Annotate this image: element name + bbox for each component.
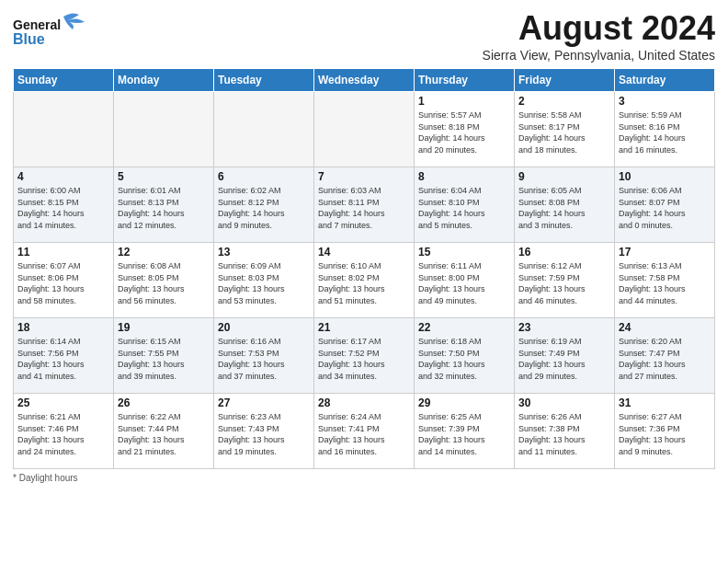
day-info: Sunrise: 6:10 AM Sunset: 8:02 PM Dayligh… xyxy=(318,260,410,306)
footer-text: Daylight hours xyxy=(19,473,78,483)
day-number: 26 xyxy=(118,396,210,409)
calendar-row: 18Sunrise: 6:14 AM Sunset: 7:56 PM Dayli… xyxy=(14,318,715,394)
day-info: Sunrise: 6:05 AM Sunset: 8:08 PM Dayligh… xyxy=(518,185,610,231)
table-row xyxy=(14,92,114,167)
calendar-body: 1Sunrise: 5:57 AM Sunset: 8:18 PM Daylig… xyxy=(14,92,715,469)
day-info: Sunrise: 6:27 AM Sunset: 7:36 PM Dayligh… xyxy=(619,411,711,457)
table-row: 18Sunrise: 6:14 AM Sunset: 7:56 PM Dayli… xyxy=(14,318,114,394)
table-row: 21Sunrise: 6:17 AM Sunset: 7:52 PM Dayli… xyxy=(314,318,415,394)
day-number: 21 xyxy=(318,321,410,334)
calendar-row: 11Sunrise: 6:07 AM Sunset: 8:06 PM Dayli… xyxy=(14,243,715,318)
table-row: 30Sunrise: 6:26 AM Sunset: 7:38 PM Dayli… xyxy=(515,394,615,469)
table-row xyxy=(314,92,415,167)
svg-text:Blue: Blue xyxy=(13,31,45,47)
table-row: 3Sunrise: 5:59 AM Sunset: 8:16 PM Daylig… xyxy=(615,92,715,167)
day-info: Sunrise: 6:13 AM Sunset: 7:58 PM Dayligh… xyxy=(619,260,711,306)
table-row: 29Sunrise: 6:25 AM Sunset: 7:39 PM Dayli… xyxy=(415,394,515,469)
day-number: 5 xyxy=(118,170,210,183)
day-number: 19 xyxy=(118,321,210,334)
table-row: 19Sunrise: 6:15 AM Sunset: 7:55 PM Dayli… xyxy=(114,318,214,394)
table-row: 11Sunrise: 6:07 AM Sunset: 8:06 PM Dayli… xyxy=(14,243,114,318)
table-row: 31Sunrise: 6:27 AM Sunset: 7:36 PM Dayli… xyxy=(615,394,715,469)
table-row: 26Sunrise: 6:22 AM Sunset: 7:44 PM Dayli… xyxy=(114,394,214,469)
svg-text:General: General xyxy=(13,17,61,32)
day-number: 14 xyxy=(318,246,410,259)
day-info: Sunrise: 6:11 AM Sunset: 8:00 PM Dayligh… xyxy=(418,260,510,306)
calendar-header-row: Sunday Monday Tuesday Wednesday Thursday… xyxy=(14,69,715,92)
day-info: Sunrise: 5:58 AM Sunset: 8:17 PM Dayligh… xyxy=(518,109,610,155)
table-row: 28Sunrise: 6:24 AM Sunset: 7:41 PM Dayli… xyxy=(314,394,415,469)
day-number: 20 xyxy=(218,321,310,334)
day-info: Sunrise: 6:15 AM Sunset: 7:55 PM Dayligh… xyxy=(118,336,210,382)
header-tuesday: Tuesday xyxy=(214,69,314,92)
table-row: 15Sunrise: 6:11 AM Sunset: 8:00 PM Dayli… xyxy=(415,243,515,318)
logo-svg: General Blue xyxy=(13,9,96,51)
table-row: 27Sunrise: 6:23 AM Sunset: 7:43 PM Dayli… xyxy=(214,394,314,469)
day-number: 23 xyxy=(518,321,610,334)
day-info: Sunrise: 6:24 AM Sunset: 7:41 PM Dayligh… xyxy=(318,411,410,457)
table-row: 9Sunrise: 6:05 AM Sunset: 8:08 PM Daylig… xyxy=(515,167,615,243)
table-row: 25Sunrise: 6:21 AM Sunset: 7:46 PM Dayli… xyxy=(14,394,114,469)
table-row xyxy=(214,92,314,167)
day-number: 8 xyxy=(418,170,510,183)
month-title: August 2024 xyxy=(483,9,715,48)
header-friday: Friday xyxy=(515,69,615,92)
table-row xyxy=(114,92,214,167)
page: General Blue August 2024 Sierra View, Pe… xyxy=(0,0,728,492)
day-info: Sunrise: 5:57 AM Sunset: 8:18 PM Dayligh… xyxy=(418,109,510,155)
table-row: 22Sunrise: 6:18 AM Sunset: 7:50 PM Dayli… xyxy=(415,318,515,394)
day-info: Sunrise: 6:25 AM Sunset: 7:39 PM Dayligh… xyxy=(418,411,510,457)
day-number: 29 xyxy=(418,396,510,409)
table-row: 8Sunrise: 6:04 AM Sunset: 8:10 PM Daylig… xyxy=(415,167,515,243)
day-info: Sunrise: 5:59 AM Sunset: 8:16 PM Dayligh… xyxy=(619,109,711,155)
table-row: 14Sunrise: 6:10 AM Sunset: 8:02 PM Dayli… xyxy=(314,243,415,318)
table-row: 7Sunrise: 6:03 AM Sunset: 8:11 PM Daylig… xyxy=(314,167,415,243)
day-info: Sunrise: 6:18 AM Sunset: 7:50 PM Dayligh… xyxy=(418,336,510,382)
day-info: Sunrise: 6:02 AM Sunset: 8:12 PM Dayligh… xyxy=(218,185,310,231)
table-row: 10Sunrise: 6:06 AM Sunset: 8:07 PM Dayli… xyxy=(615,167,715,243)
day-number: 24 xyxy=(619,321,711,334)
table-row: 2Sunrise: 5:58 AM Sunset: 8:17 PM Daylig… xyxy=(515,92,615,167)
day-number: 7 xyxy=(318,170,410,183)
day-number: 28 xyxy=(318,396,410,409)
day-info: Sunrise: 6:19 AM Sunset: 7:49 PM Dayligh… xyxy=(518,336,610,382)
day-number: 4 xyxy=(17,170,109,183)
day-info: Sunrise: 6:06 AM Sunset: 8:07 PM Dayligh… xyxy=(619,185,711,231)
day-number: 3 xyxy=(619,95,711,108)
day-info: Sunrise: 6:23 AM Sunset: 7:43 PM Dayligh… xyxy=(218,411,310,457)
day-number: 6 xyxy=(218,170,310,183)
header-monday: Monday xyxy=(114,69,214,92)
day-number: 22 xyxy=(418,321,510,334)
day-number: 17 xyxy=(619,246,711,259)
day-number: 9 xyxy=(518,170,610,183)
day-number: 10 xyxy=(619,170,711,183)
header-saturday: Saturday xyxy=(615,69,715,92)
table-row: 12Sunrise: 6:08 AM Sunset: 8:05 PM Dayli… xyxy=(114,243,214,318)
table-row: 24Sunrise: 6:20 AM Sunset: 7:47 PM Dayli… xyxy=(615,318,715,394)
day-number: 15 xyxy=(418,246,510,259)
day-number: 31 xyxy=(619,396,711,409)
day-number: 18 xyxy=(17,321,109,334)
day-info: Sunrise: 6:08 AM Sunset: 8:05 PM Dayligh… xyxy=(118,260,210,306)
header: General Blue August 2024 Sierra View, Pe… xyxy=(13,9,715,63)
header-wednesday: Wednesday xyxy=(314,69,415,92)
table-row: 5Sunrise: 6:01 AM Sunset: 8:13 PM Daylig… xyxy=(114,167,214,243)
table-row: 17Sunrise: 6:13 AM Sunset: 7:58 PM Dayli… xyxy=(615,243,715,318)
day-info: Sunrise: 6:20 AM Sunset: 7:47 PM Dayligh… xyxy=(619,336,711,382)
table-row: 1Sunrise: 5:57 AM Sunset: 8:18 PM Daylig… xyxy=(415,92,515,167)
table-row: 23Sunrise: 6:19 AM Sunset: 7:49 PM Dayli… xyxy=(515,318,615,394)
title-block: August 2024 Sierra View, Pennsylvania, U… xyxy=(483,9,715,63)
day-number: 12 xyxy=(118,246,210,259)
calendar-row: 1Sunrise: 5:57 AM Sunset: 8:18 PM Daylig… xyxy=(14,92,715,167)
day-info: Sunrise: 6:01 AM Sunset: 8:13 PM Dayligh… xyxy=(118,185,210,231)
day-info: Sunrise: 6:12 AM Sunset: 7:59 PM Dayligh… xyxy=(518,260,610,306)
table-row: 4Sunrise: 6:00 AM Sunset: 8:15 PM Daylig… xyxy=(14,167,114,243)
day-number: 13 xyxy=(218,246,310,259)
calendar-row: 25Sunrise: 6:21 AM Sunset: 7:46 PM Dayli… xyxy=(14,394,715,469)
day-info: Sunrise: 6:09 AM Sunset: 8:03 PM Dayligh… xyxy=(218,260,310,306)
table-row: 6Sunrise: 6:02 AM Sunset: 8:12 PM Daylig… xyxy=(214,167,314,243)
day-info: Sunrise: 6:16 AM Sunset: 7:53 PM Dayligh… xyxy=(218,336,310,382)
day-info: Sunrise: 6:00 AM Sunset: 8:15 PM Dayligh… xyxy=(17,185,109,231)
day-info: Sunrise: 6:22 AM Sunset: 7:44 PM Dayligh… xyxy=(118,411,210,457)
footer-note: * Daylight hours xyxy=(13,473,715,483)
